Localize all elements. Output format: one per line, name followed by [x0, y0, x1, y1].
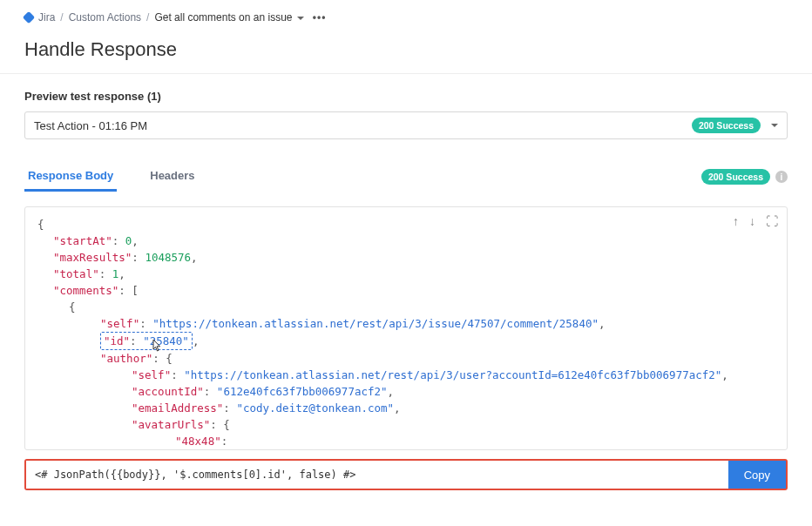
json-value-author-self[interactable]: "https://tonkean.atlassian.net/rest/api/…: [184, 368, 721, 381]
json-value-maxresults[interactable]: 1048576: [145, 251, 191, 264]
json-body[interactable]: { "startAt": 0, "maxResults": 1048576, "…: [25, 207, 787, 450]
more-menu-button[interactable]: •••: [309, 11, 330, 24]
breadcrumb-current-label: Get all comments on an issue: [154, 11, 292, 24]
status-badge: 200 Success: [701, 169, 770, 185]
test-response-select[interactable]: Test Action - 01:16 PM 200 Success: [24, 111, 788, 139]
page-title: Handle Response: [24, 38, 788, 61]
json-value-self[interactable]: "https://tonkean.atlassian.net/rest/api/…: [152, 317, 599, 330]
breadcrumb-sep: /: [60, 11, 63, 24]
tab-headers[interactable]: Headers: [146, 162, 198, 192]
tabs: Response Body Headers 200 Success i: [24, 162, 788, 192]
json-value-accountid[interactable]: "612e40fc63f7bb006977acf2": [217, 385, 388, 398]
chevron-down-icon: [771, 124, 778, 127]
preview-label: Preview test response (1): [24, 90, 788, 103]
copy-button[interactable]: Copy: [728, 461, 786, 489]
breadcrumb-root[interactable]: Jira: [38, 11, 55, 24]
json-selected-id[interactable]: "id": "25840": [100, 332, 193, 350]
json-panel: ↑ ↓ ⛶ { "startAt": 0, "maxResults": 1048…: [24, 206, 788, 450]
chevron-down-icon: [297, 17, 304, 20]
json-key-avatar48[interactable]: "48x48": [175, 435, 221, 448]
breadcrumb-parent[interactable]: Custom Actions: [69, 11, 141, 24]
test-response-label: Test Action - 01:16 PM: [34, 119, 147, 132]
breadcrumb: Jira / Custom Actions / Get all comments…: [24, 7, 788, 28]
tab-response-body[interactable]: Response Body: [24, 162, 117, 192]
breadcrumb-sep: /: [146, 11, 149, 24]
jsonpath-input[interactable]: [26, 461, 728, 489]
jira-diamond-icon: [23, 11, 35, 24]
breadcrumb-current[interactable]: Get all comments on an issue: [154, 11, 303, 24]
jsonpath-row: Copy: [24, 459, 788, 490]
status-badge: 200 Success: [692, 118, 761, 133]
info-icon[interactable]: i: [775, 171, 788, 183]
divider: [0, 73, 812, 74]
json-value-email[interactable]: "cody.deitz@tonkean.com": [236, 401, 394, 415]
